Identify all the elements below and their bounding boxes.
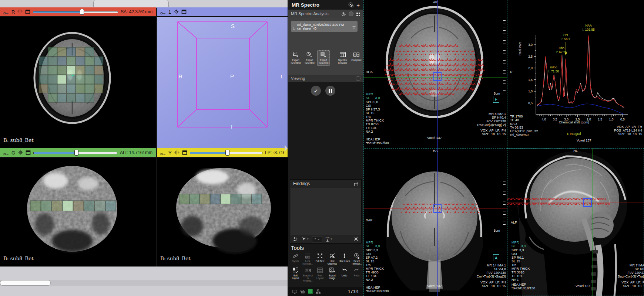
param-line: SL 15 (511, 259, 530, 263)
sort-findings-icon[interactable] (293, 237, 298, 242)
viewport-green-image[interactable]: B: sub8_Bet (0, 158, 156, 266)
monitor-icon[interactable] (292, 289, 297, 294)
pdf-export-control[interactable]: PDF ▾ (326, 237, 332, 242)
mri-view-coronal[interactable]: HA RAF MPRSL 3,0 SPC 3,3CSISP A7,2SL 15T… (363, 148, 507, 296)
orientation-top-label: AP (433, 0, 437, 4)
tool-snapshot-to-finding[interactable]: Snapshot to Finding... (302, 267, 313, 282)
action-compare-4[interactable]: ABCompare (350, 50, 363, 63)
tool-edit-layout[interactable]: Edit Layout (290, 267, 301, 282)
annotate-finding-control[interactable]: ▾ (301, 237, 309, 242)
window-icon[interactable] (25, 9, 30, 14)
layers-icon[interactable] (300, 289, 305, 294)
peak-integral: I: 102.85 (583, 28, 595, 31)
tool-lock-navigati[interactable]: Lock Navigati... (302, 253, 313, 265)
window-icon[interactable] (182, 150, 187, 155)
key-icon[interactable] (160, 151, 166, 154)
param-line: NA 2 (366, 278, 384, 282)
slice-slider[interactable] (190, 150, 262, 156)
tool-full-text[interactable]: Full Text (314, 253, 326, 265)
gear-icon[interactable] (341, 11, 346, 16)
voxel-grid-icon[interactable] (17, 9, 23, 14)
param-line: MPR THICK (511, 267, 530, 271)
horizontal-scrollbar[interactable] (0, 280, 288, 286)
slider-thumb[interactable] (74, 150, 78, 156)
tool-synch[interactable]: Synch (290, 253, 301, 265)
slice-slider[interactable] (33, 9, 118, 15)
tool-hide-lines[interactable]: Hide Lines (339, 253, 350, 265)
coil-info: HEA;HEP*tse2d1rst7/fi30 (366, 286, 389, 293)
key-icon[interactable] (3, 151, 9, 154)
key-icon[interactable] (3, 10, 9, 14)
mri-view-axial[interactable]: AP RHA MPRSL 3,0 SPC 5,0CSISP H37,3SL 15… (363, 0, 507, 148)
bottom-scroll-area (0, 266, 288, 296)
run-layout-icon[interactable] (348, 2, 353, 7)
findings-list-empty[interactable] (291, 188, 361, 235)
pause-icon (329, 89, 332, 93)
orientation-cube-view[interactable]: S R P L I (157, 17, 288, 148)
viewport-yellow-image[interactable]: B: sub8_Bet (157, 158, 288, 266)
key-icon[interactable] (160, 10, 166, 14)
x-tick: 1,5 (598, 118, 602, 121)
dataset-dropdown[interactable]: csi_slaser_40,5/26/2019 3:09 PM csi_slas… (291, 21, 358, 32)
window-icon[interactable] (26, 150, 31, 155)
dataset-line2: csi_slaser_40 (297, 27, 350, 30)
export-findings-icon[interactable] (354, 181, 358, 186)
network-icon[interactable] (316, 289, 321, 294)
param-line: TE 101 (511, 274, 530, 278)
chevron-down-icon[interactable] (352, 24, 356, 28)
spectrum-params: TR 1700TE 40NA 3TA 06:53HEA;HEP_pwc_32cs… (510, 115, 538, 137)
analysis-header[interactable]: MR Spectro Analysis (288, 10, 363, 18)
action-export-selected-0[interactable]: Export Selected (289, 50, 302, 66)
scale-label: 5cm (494, 229, 500, 232)
plus-icon[interactable]: + (356, 2, 360, 8)
viewport-red-image[interactable]: B: sub8_Bet (0, 17, 156, 148)
action-spectro-browser-3[interactable]: Spectro Browser (336, 50, 349, 66)
voxel-label: Voxel 137 (576, 284, 590, 288)
viewport-letter: 1 (168, 9, 171, 15)
gear-icon[interactable] (353, 237, 359, 242)
horizontal-scrollbar-thumb[interactable] (0, 280, 51, 286)
collapse-expand-control[interactable] (312, 236, 322, 242)
image-info: MR 7 IMA 1SP R0,4FoV 220*230Sag>Cor(-3)>… (618, 263, 644, 278)
voxel-grid-icon[interactable] (174, 150, 180, 155)
crosshair-target-icon[interactable] (174, 9, 179, 14)
tools-section-title: Tools (291, 245, 304, 251)
param-line: HEA;HEP (366, 137, 389, 141)
action-export-selected-1[interactable]: Export Selected (303, 50, 316, 66)
tool-reset-timepoi[interactable]: Reset Timepoi... (351, 253, 362, 265)
orientation-top-label: HA (433, 149, 438, 153)
tool-export-image[interactable]: Export Image (326, 267, 338, 282)
window-icon[interactable] (181, 9, 187, 14)
viewport-blue-header: 1 (157, 7, 288, 17)
accept-button[interactable]: ✓ (311, 86, 321, 96)
tool-undo[interactable]: Undo (339, 267, 350, 282)
param-line: *tse2d1rst7/fi30 (366, 289, 389, 293)
pause-button[interactable] (325, 86, 335, 96)
action-export-selected-2[interactable]: Export Selected (317, 50, 330, 66)
image-info: MR 14 IMA 1SP A4,8FoV 220*230Cor>Tra(-3)… (477, 263, 506, 278)
spectrum-plot-panel[interactable]: 4,03,53,02,52,01,51,00,50,51,01,52,02,53… (507, 0, 644, 148)
mpr-params-cyan: MPRSL 3,0 (366, 92, 380, 100)
tool-redo[interactable]: Redo (351, 267, 362, 282)
viewing-section-header[interactable]: Viewing (288, 75, 363, 82)
slider-thumb[interactable] (80, 9, 84, 15)
confirm-controls: ✓ (311, 86, 335, 96)
param-line: CSI (366, 252, 384, 256)
analysis-toggle-circle[interactable] (349, 11, 353, 16)
slice-slider[interactable] (33, 150, 117, 156)
status-green-indicator[interactable] (308, 289, 313, 294)
mr-spectro-panel: MR Spectro + MR Spectro Analysis csi_sla… (288, 0, 363, 296)
viewing-toggle-circle[interactable] (356, 76, 360, 81)
peak-label: Cr1 (563, 33, 568, 37)
mri-view-sagittal[interactable]: HL ALF MPRSL 3,0 SPC 3,3CSISP R0,1SL 15T… (507, 148, 644, 296)
tool-hide-graphics[interactable]: Hide Graphics (326, 253, 338, 265)
param-line: SPC 5,0 (366, 100, 384, 104)
voxel-grid-icon[interactable] (18, 150, 23, 155)
tool-print-layout[interactable]: Print Layout (314, 267, 326, 282)
reset-time-icon (353, 253, 360, 259)
slider-thumb[interactable] (225, 150, 229, 156)
layout-grid-icon[interactable] (356, 11, 360, 16)
workspace-tab[interactable] (93, 0, 169, 7)
panel-collapse-handle[interactable] (285, 145, 288, 152)
param-line: TR 1700 (510, 115, 538, 118)
